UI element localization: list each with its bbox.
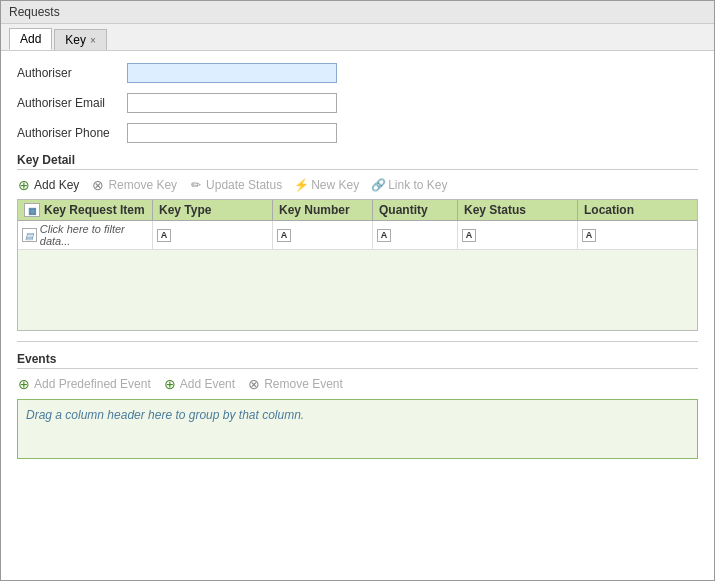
col-header-key-type: Key Type <box>153 200 273 220</box>
filter-text: Click here to filter data... <box>40 223 148 247</box>
col-type-label: Key Type <box>159 203 211 217</box>
update-status-label: Update Status <box>206 178 282 192</box>
add-event-label: Add Event <box>180 377 235 391</box>
col-request-label: Key Request Item <box>44 203 145 217</box>
grid-body <box>18 250 697 330</box>
remove-event-icon: ⊗ <box>247 377 261 391</box>
col-header-key-status: Key Status <box>458 200 578 220</box>
key-detail-header: Key Detail <box>17 153 698 170</box>
tab-key-label: Key <box>65 33 86 47</box>
authoriser-row: Authoriser <box>17 63 698 83</box>
filter-location[interactable]: A <box>578 221 668 249</box>
filter-number[interactable]: A <box>273 221 373 249</box>
title-bar: Requests <box>1 1 714 24</box>
key-detail-toolbar: ⊕ Add Key ⊗ Remove Key ✏ Update Status ⚡… <box>17 175 698 195</box>
tabs-row: Add Key × <box>1 24 714 51</box>
link-to-key-button[interactable]: 🔗 Link to Key <box>371 178 447 192</box>
col-location-label: Location <box>584 203 634 217</box>
col-header-key-number: Key Number <box>273 200 373 220</box>
filter-status[interactable]: A <box>458 221 578 249</box>
events-toolbar: ⊕ Add Predefined Event ⊕ Add Event ⊗ Rem… <box>17 374 698 394</box>
authoriser-email-row: Authoriser Email <box>17 93 698 113</box>
remove-key-button[interactable]: ⊗ Remove Key <box>91 178 177 192</box>
authoriser-phone-row: Authoriser Phone <box>17 123 698 143</box>
remove-event-button[interactable]: ⊗ Remove Event <box>247 377 343 391</box>
events-grid: Drag a column header here to group by th… <box>17 399 698 459</box>
update-status-icon: ✏ <box>189 178 203 192</box>
grid-header-row: ▦ Key Request Item Key Type Key Number Q… <box>18 200 697 221</box>
content-area: Authoriser Authoriser Email Authoriser P… <box>1 51 714 580</box>
grid-icon: ▦ <box>24 203 40 217</box>
tab-add-label: Add <box>20 32 41 46</box>
grid-filter-row: ▤ Click here to filter data... A A A A A <box>18 221 697 250</box>
filter-a-status: A <box>462 229 476 242</box>
add-predefined-icon: ⊕ <box>17 377 31 391</box>
col-header-location: Location <box>578 200 668 220</box>
authoriser-phone-label: Authoriser Phone <box>17 126 127 140</box>
filter-a-type: A <box>157 229 171 242</box>
separator <box>17 341 698 342</box>
main-window: Requests Add Key × Authoriser Authoriser… <box>0 0 715 581</box>
new-key-button[interactable]: ⚡ New Key <box>294 178 359 192</box>
filter-quantity[interactable]: A <box>373 221 458 249</box>
filter-a-quantity: A <box>377 229 391 242</box>
filter-row-icon: ▤ <box>22 228 37 242</box>
authoriser-phone-input[interactable] <box>127 123 337 143</box>
filter-a-number: A <box>277 229 291 242</box>
col-quantity-label: Quantity <box>379 203 428 217</box>
remove-key-icon: ⊗ <box>91 178 105 192</box>
authoriser-label: Authoriser <box>17 66 127 80</box>
col-number-label: Key Number <box>279 203 350 217</box>
add-key-button[interactable]: ⊕ Add Key <box>17 178 79 192</box>
filter-request[interactable]: ▤ Click here to filter data... <box>18 221 153 249</box>
add-predefined-label: Add Predefined Event <box>34 377 151 391</box>
add-event-button[interactable]: ⊕ Add Event <box>163 377 235 391</box>
link-to-key-label: Link to Key <box>388 178 447 192</box>
authoriser-input[interactable] <box>127 63 337 83</box>
col-status-label: Key Status <box>464 203 526 217</box>
filter-a-location: A <box>582 229 596 242</box>
key-detail-grid: ▦ Key Request Item Key Type Key Number Q… <box>17 199 698 331</box>
remove-event-label: Remove Event <box>264 377 343 391</box>
col-header-quantity: Quantity <box>373 200 458 220</box>
remove-key-label: Remove Key <box>108 178 177 192</box>
update-status-button[interactable]: ✏ Update Status <box>189 178 282 192</box>
filter-type[interactable]: A <box>153 221 273 249</box>
add-key-icon: ⊕ <box>17 178 31 192</box>
window-title: Requests <box>9 5 60 19</box>
new-key-label: New Key <box>311 178 359 192</box>
events-section: Events ⊕ Add Predefined Event ⊕ Add Even… <box>17 352 698 459</box>
tab-key-close[interactable]: × <box>90 35 96 46</box>
new-key-icon: ⚡ <box>294 178 308 192</box>
add-event-icon: ⊕ <box>163 377 177 391</box>
tab-key[interactable]: Key × <box>54 29 107 50</box>
link-to-key-icon: 🔗 <box>371 178 385 192</box>
tab-add[interactable]: Add <box>9 28 52 50</box>
col-header-request-item: ▦ Key Request Item <box>18 200 153 220</box>
drag-column-text: Drag a column header here to group by th… <box>26 408 304 422</box>
authoriser-email-input[interactable] <box>127 93 337 113</box>
events-header: Events <box>17 352 698 369</box>
authoriser-email-label: Authoriser Email <box>17 96 127 110</box>
add-key-label: Add Key <box>34 178 79 192</box>
add-predefined-event-button[interactable]: ⊕ Add Predefined Event <box>17 377 151 391</box>
